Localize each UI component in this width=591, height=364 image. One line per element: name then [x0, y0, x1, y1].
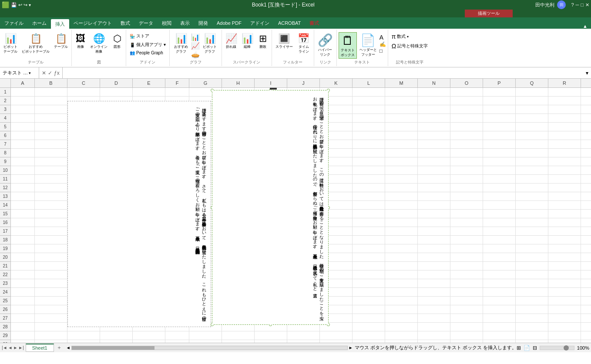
cell-P4[interactable] — [483, 114, 516, 122]
cell-L22[interactable] — [353, 270, 385, 279]
cell-M13[interactable] — [385, 192, 418, 200]
cell-B17[interactable] — [35, 227, 67, 235]
cell-N10[interactable] — [418, 166, 450, 174]
cell-R26[interactable] — [548, 305, 581, 314]
cell-P2[interactable] — [483, 97, 516, 105]
insert-function-icon[interactable]: ƒx — [54, 70, 60, 76]
cell-R4[interactable] — [548, 114, 581, 122]
timeline-btn[interactable]: 📅 タイムライン — [296, 32, 312, 55]
cell-O1[interactable] — [450, 88, 483, 96]
cell-G30[interactable] — [189, 340, 222, 343]
cell-N30[interactable] — [418, 340, 450, 343]
cell-R2[interactable] — [548, 97, 581, 105]
cell-P21[interactable] — [483, 262, 516, 270]
cell-A14[interactable] — [11, 201, 35, 209]
cell-O20[interactable] — [450, 253, 483, 261]
cell-O21[interactable] — [450, 262, 483, 270]
cell-O16[interactable] — [450, 218, 483, 227]
cell-R28[interactable] — [548, 323, 581, 331]
ribbon-collapse-btn[interactable]: ▲ — [579, 23, 591, 29]
tab-file[interactable]: ファイル — [0, 17, 28, 29]
cell-L15[interactable] — [353, 210, 385, 218]
cell-O10[interactable] — [450, 166, 483, 174]
cell-A6[interactable] — [11, 131, 35, 140]
qa-extra[interactable]: ▾ — [29, 3, 31, 7]
pie-chart-btn[interactable]: 🥧 — [191, 50, 200, 59]
cell-A20[interactable] — [11, 253, 35, 261]
wordart-btn[interactable]: A — [379, 34, 386, 41]
cell-R27[interactable] — [548, 314, 581, 322]
cell-L28[interactable] — [353, 323, 385, 331]
cell-N21[interactable] — [418, 262, 450, 270]
recommended-pivot-btn[interactable]: 📋 おすすめピボットテーブル — [20, 32, 51, 55]
cell-M27[interactable] — [385, 314, 418, 322]
text-box-1[interactable]: 謹啓 時下ますます御清祥のこととお喜び申し上げます。 さて、私どもは去る十二月二… — [67, 101, 211, 327]
cell-A13[interactable] — [11, 192, 35, 200]
cell-A8[interactable] — [11, 149, 35, 157]
col-header-D[interactable]: D — [100, 79, 133, 87]
cell-N5[interactable] — [418, 123, 450, 131]
col-header-L[interactable]: L — [353, 79, 385, 87]
cell-N8[interactable] — [418, 149, 450, 157]
cell-A18[interactable] — [11, 236, 35, 244]
recommended-charts-btn[interactable]: 📊 おすすめグラフ — [172, 32, 190, 55]
cell-B30[interactable] — [35, 340, 67, 343]
cell-L20[interactable] — [353, 253, 385, 261]
col-header-I[interactable]: I — [255, 79, 287, 87]
cell-Q8[interactable] — [516, 149, 548, 157]
tab-review[interactable]: 校閲 — [158, 17, 176, 29]
cell-B2[interactable] — [35, 97, 67, 105]
tab-insert[interactable]: 挿入 — [51, 19, 69, 29]
col-header-R[interactable]: R — [548, 79, 581, 87]
cell-M20[interactable] — [385, 253, 418, 261]
online-image-btn[interactable]: 🌐 オンライン画像 — [88, 32, 109, 55]
cell-Q24[interactable] — [516, 288, 548, 296]
cell-M9[interactable] — [385, 157, 418, 166]
cell-L18[interactable] — [353, 236, 385, 244]
cell-Q15[interactable] — [516, 210, 548, 218]
formula-expand-btn[interactable]: ▾ — [583, 69, 591, 77]
cell-M6[interactable] — [385, 131, 418, 140]
cell-R10[interactable] — [548, 166, 581, 174]
cell-L23[interactable] — [353, 279, 385, 287]
cell-L21[interactable] — [353, 262, 385, 270]
cell-Q10[interactable] — [516, 166, 548, 174]
cell-A1[interactable] — [11, 88, 35, 96]
cell-N27[interactable] — [418, 314, 450, 322]
cell-A16[interactable] — [11, 218, 35, 227]
cell-Q27[interactable] — [516, 314, 548, 322]
table-btn[interactable]: 📋 テーブル — [52, 32, 70, 50]
cell-M16[interactable] — [385, 218, 418, 227]
cell-H29[interactable] — [222, 331, 255, 340]
image-btn[interactable]: 🖼 画像 — [74, 32, 87, 50]
cell-R23[interactable] — [548, 279, 581, 287]
cell-N2[interactable] — [418, 97, 450, 105]
cell-B26[interactable] — [35, 305, 67, 314]
cell-N19[interactable] — [418, 244, 450, 253]
cell-L7[interactable] — [353, 140, 385, 148]
cell-M17[interactable] — [385, 227, 418, 235]
hyperlink-btn[interactable]: 🔗 ハイパーリンク — [316, 32, 335, 58]
cell-O13[interactable] — [450, 192, 483, 200]
cell-O24[interactable] — [450, 288, 483, 296]
cell-E29[interactable] — [133, 331, 165, 340]
line-chart-btn[interactable]: 📈 — [191, 42, 200, 50]
cell-P15[interactable] — [483, 210, 516, 218]
cell-B23[interactable] — [35, 279, 67, 287]
cell-A26[interactable] — [11, 305, 35, 314]
cell-R30[interactable] — [548, 340, 581, 343]
cell-B19[interactable] — [35, 244, 67, 253]
cell-B9[interactable] — [35, 157, 67, 166]
cell-A22[interactable] — [11, 270, 35, 279]
cell-Q3[interactable] — [516, 105, 548, 114]
normal-view-btn[interactable]: ⊞ — [517, 345, 521, 351]
tab-acrobat[interactable]: ACROBAT — [274, 17, 305, 29]
cell-Q29[interactable] — [516, 331, 548, 340]
cell-Q16[interactable] — [516, 218, 548, 227]
cell-K30[interactable] — [320, 340, 353, 343]
cell-R16[interactable] — [548, 218, 581, 227]
cell-M23[interactable] — [385, 279, 418, 287]
cell-B10[interactable] — [35, 166, 67, 174]
cell-R9[interactable] — [548, 157, 581, 166]
cell-P22[interactable] — [483, 270, 516, 279]
